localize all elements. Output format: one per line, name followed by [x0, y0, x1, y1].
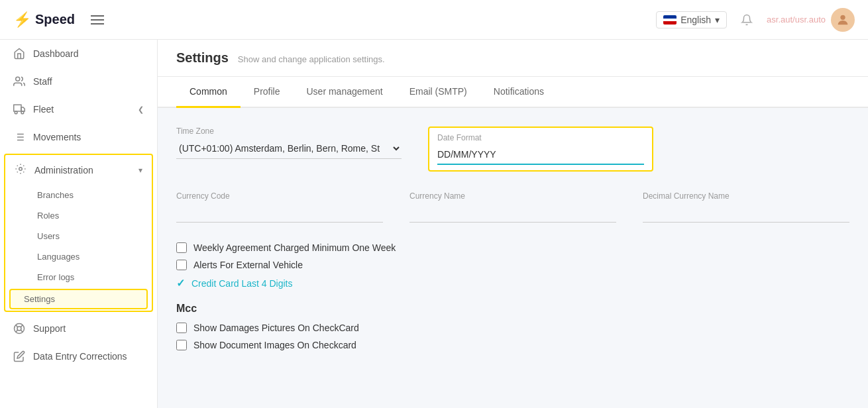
- svg-line-17: [21, 325, 23, 327]
- show-damages-checkbox[interactable]: [176, 323, 187, 333]
- fleet-icon: [13, 103, 25, 115]
- sidebar-label-dashboard: Dashboard: [33, 48, 79, 59]
- header-left: ⚡ Speed: [13, 11, 107, 28]
- notification-bell[interactable]: [737, 11, 756, 29]
- checkmark-icon: ✓: [176, 277, 185, 289]
- header-right: English ▾ asr.aut/usr.auto: [656, 8, 855, 32]
- data-entry-icon: [13, 350, 25, 362]
- decimal-currency-name-input[interactable]: [643, 203, 849, 223]
- sidebar-item-administration[interactable]: Administration ▾: [5, 155, 152, 185]
- tabs-bar: Common Profile User management Email (SM…: [158, 77, 868, 108]
- checkbox-show-documents[interactable]: Show Document Images On Checkcard: [176, 340, 849, 350]
- sidebar-item-settings[interactable]: Settings: [9, 289, 148, 309]
- movements-icon: [13, 131, 25, 143]
- credit-card-label: Credit Card Last 4 Digits: [191, 278, 293, 289]
- sidebar-item-roles[interactable]: Roles: [5, 205, 152, 226]
- checkbox-show-damages[interactable]: Show Damages Pictures On CheckCard: [176, 323, 849, 333]
- weekly-agreement-checkbox[interactable]: [176, 242, 187, 253]
- tab-email-smtp[interactable]: Email (SMTP): [396, 77, 480, 108]
- currency-name-input[interactable]: [409, 203, 616, 223]
- date-format-field: Date Format DD/MM/YYYY: [428, 127, 653, 172]
- sidebar-item-dashboard[interactable]: Dashboard: [0, 40, 157, 68]
- sidebar-item-branches[interactable]: Branches: [5, 185, 152, 205]
- svg-line-16: [21, 330, 23, 332]
- admin-section: Administration ▾ Branches Roles Users La…: [4, 154, 153, 312]
- svg-line-18: [16, 330, 18, 332]
- staff-icon: [13, 76, 25, 87]
- support-icon: [13, 323, 25, 334]
- user-name: asr.aut/usr.auto: [767, 15, 826, 25]
- date-format-input[interactable]: DD/MM/YYYY: [437, 145, 644, 165]
- svg-point-14: [17, 327, 21, 331]
- language-dropdown-icon: ▾: [715, 15, 720, 25]
- tab-notifications[interactable]: Notifications: [480, 77, 557, 108]
- sidebar-item-fleet[interactable]: Fleet ❮: [0, 95, 157, 123]
- svg-point-5: [21, 111, 24, 114]
- currency-name-label: Currency Name: [409, 191, 616, 201]
- show-damages-label: Show Damages Pictures On CheckCard: [193, 323, 359, 333]
- timezone-select[interactable]: (UTC+01:00) Amsterdam, Berlin, Bern, Rom…: [176, 138, 402, 159]
- sidebar-label-fleet: Fleet: [33, 104, 54, 115]
- logo: ⚡ Speed: [13, 11, 75, 28]
- alerts-external-checkbox[interactable]: [176, 260, 187, 270]
- sidebar-item-movements[interactable]: Movements: [0, 123, 157, 151]
- avatar: [831, 8, 855, 32]
- svg-point-0: [840, 15, 845, 19]
- weekly-agreement-label: Weekly Agreement Charged Minimum One Wee…: [193, 242, 396, 253]
- currency-name-field: Currency Name: [409, 191, 616, 223]
- sidebar-item-languages[interactable]: Languages: [5, 246, 152, 267]
- sidebar-label-data-entry: Data Entry Corrections: [33, 351, 127, 362]
- sidebar-label-movements: Movements: [33, 132, 81, 142]
- sidebar-label-staff: Staff: [33, 76, 52, 87]
- home-icon: [13, 48, 25, 60]
- sidebar-item-users[interactable]: Users: [5, 226, 152, 246]
- mcc-checkbox-group: Show Damages Pictures On CheckCard Show …: [176, 323, 849, 350]
- tab-profile[interactable]: Profile: [241, 77, 294, 108]
- tab-user-management[interactable]: User management: [293, 77, 396, 108]
- checkbox-alerts-external[interactable]: Alerts For External Vehicle: [176, 260, 849, 270]
- form-row-timezone-date: Time Zone (UTC+01:00) Amsterdam, Berlin,…: [176, 127, 849, 172]
- date-format-label: Date Format: [437, 133, 644, 142]
- show-documents-label: Show Document Images On Checkcard: [193, 340, 356, 350]
- checkbox-weekly-agreement[interactable]: Weekly Agreement Charged Minimum One Wee…: [176, 242, 849, 253]
- app-wrapper: ⚡ Speed English ▾ asr.aut/usr.auto: [0, 0, 868, 408]
- sidebar-label-support: Support: [33, 323, 66, 334]
- sidebar: Dashboard Staff: [0, 40, 158, 408]
- svg-line-15: [16, 325, 18, 327]
- svg-point-1: [16, 77, 20, 81]
- language-selector[interactable]: English ▾: [656, 11, 727, 28]
- sidebar-item-error-logs[interactable]: Error logs: [5, 267, 152, 287]
- language-label: English: [680, 15, 711, 25]
- sidebar-item-staff[interactable]: Staff: [0, 68, 157, 95]
- svg-point-12: [19, 168, 23, 171]
- checkbox-credit-card[interactable]: ✓ Credit Card Last 4 Digits: [176, 277, 849, 289]
- sidebar-item-support[interactable]: Support: [0, 315, 157, 342]
- svg-point-4: [15, 111, 17, 114]
- flag-icon: [663, 15, 677, 25]
- logo-text: Speed: [35, 12, 75, 27]
- sidebar-item-data-entry[interactable]: Data Entry Corrections: [0, 342, 157, 370]
- fleet-chevron-icon: ❮: [138, 105, 144, 114]
- form-row-currency: Currency Code Currency Name Decimal Curr…: [176, 191, 849, 223]
- decimal-currency-name-label: Decimal Currency Name: [643, 191, 849, 201]
- logo-icon: ⚡: [13, 11, 31, 28]
- hamburger-menu[interactable]: [88, 13, 107, 27]
- page-subtitle: Show and change application settings.: [238, 54, 385, 64]
- administration-icon: [15, 163, 27, 177]
- show-documents-checkbox[interactable]: [176, 340, 187, 350]
- sidebar-label-administration: Administration: [34, 165, 93, 176]
- body-wrapper: Dashboard Staff: [0, 40, 868, 408]
- svg-rect-2: [14, 105, 21, 111]
- decimal-currency-name-field: Decimal Currency Name: [643, 191, 849, 223]
- currency-code-field: Currency Code: [176, 191, 383, 223]
- form-content: Time Zone (UTC+01:00) Amsterdam, Berlin,…: [158, 108, 868, 382]
- admin-chevron-icon: ▾: [138, 166, 142, 175]
- timezone-field: Time Zone (UTC+01:00) Amsterdam, Berlin,…: [176, 127, 402, 172]
- user-section[interactable]: asr.aut/usr.auto: [767, 8, 855, 32]
- page-header: Settings Show and change application set…: [158, 40, 868, 77]
- currency-code-input[interactable]: [176, 203, 383, 223]
- main-content: Settings Show and change application set…: [158, 40, 868, 408]
- mcc-section-heading: Mcc: [176, 303, 849, 315]
- svg-marker-3: [21, 107, 25, 111]
- tab-common[interactable]: Common: [176, 77, 241, 108]
